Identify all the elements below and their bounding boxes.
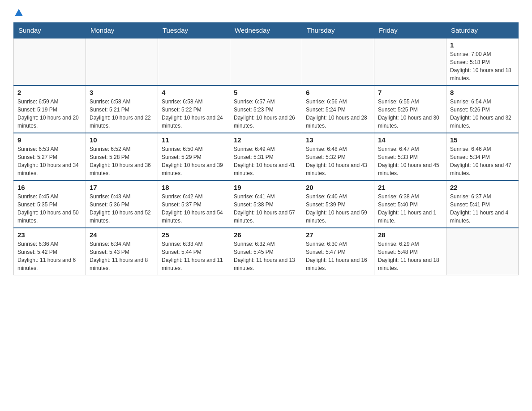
logo-arrow-icon	[15, 9, 23, 16]
day-number: 15	[450, 136, 515, 144]
calendar-cell	[302, 38, 374, 86]
day-info: Sunrise: 6:33 AMSunset: 5:44 PMDaylight:…	[162, 240, 226, 272]
day-info: Sunrise: 6:42 AMSunset: 5:37 PMDaylight:…	[162, 193, 226, 225]
calendar-cell	[374, 38, 446, 86]
day-number: 14	[378, 136, 442, 144]
day-number: 3	[90, 89, 154, 96]
day-info: Sunrise: 6:53 AMSunset: 5:27 PMDaylight:…	[17, 145, 82, 177]
day-info: Sunrise: 6:55 AMSunset: 5:25 PMDaylight:…	[378, 98, 442, 130]
day-number: 27	[306, 231, 370, 239]
day-info: Sunrise: 6:38 AMSunset: 5:40 PMDaylight:…	[378, 193, 442, 225]
day-info: Sunrise: 6:43 AMSunset: 5:36 PMDaylight:…	[90, 193, 154, 225]
weekday-header-row: SundayMondayTuesdayWednesdayThursdayFrid…	[14, 22, 519, 38]
calendar-cell: 10Sunrise: 6:52 AMSunset: 5:28 PMDayligh…	[86, 133, 158, 180]
week-row-1: 1Sunrise: 7:00 AMSunset: 5:18 PMDaylight…	[14, 38, 519, 86]
day-info: Sunrise: 6:32 AMSunset: 5:45 PMDaylight:…	[234, 240, 298, 272]
calendar-cell	[446, 228, 519, 275]
calendar-cell: 21Sunrise: 6:38 AMSunset: 5:40 PMDayligh…	[374, 180, 446, 228]
calendar-cell	[158, 38, 230, 86]
calendar-cell: 12Sunrise: 6:49 AMSunset: 5:31 PMDayligh…	[230, 133, 302, 180]
weekday-header-saturday: Saturday	[446, 22, 519, 38]
svg-marker-0	[15, 9, 23, 16]
day-info: Sunrise: 6:46 AMSunset: 5:34 PMDaylight:…	[450, 145, 515, 177]
day-info: Sunrise: 6:58 AMSunset: 5:21 PMDaylight:…	[90, 98, 154, 130]
day-info: Sunrise: 6:50 AMSunset: 5:29 PMDaylight:…	[162, 145, 226, 177]
day-number: 1	[450, 41, 515, 49]
day-info: Sunrise: 6:57 AMSunset: 5:23 PMDaylight:…	[234, 98, 298, 130]
day-number: 11	[162, 136, 226, 144]
day-info: Sunrise: 6:59 AMSunset: 5:19 PMDaylight:…	[17, 98, 82, 130]
day-info: Sunrise: 6:34 AMSunset: 5:43 PMDaylight:…	[90, 240, 154, 272]
calendar-cell: 23Sunrise: 6:36 AMSunset: 5:42 PMDayligh…	[14, 228, 86, 275]
day-number: 13	[306, 136, 370, 144]
logo	[13, 9, 23, 18]
day-info: Sunrise: 6:29 AMSunset: 5:48 PMDaylight:…	[378, 240, 442, 272]
day-number: 6	[306, 89, 370, 96]
calendar-cell: 25Sunrise: 6:33 AMSunset: 5:44 PMDayligh…	[158, 228, 230, 275]
day-info: Sunrise: 6:52 AMSunset: 5:28 PMDaylight:…	[90, 145, 154, 177]
day-info: Sunrise: 6:36 AMSunset: 5:42 PMDaylight:…	[17, 240, 82, 272]
day-info: Sunrise: 6:47 AMSunset: 5:33 PMDaylight:…	[378, 145, 442, 177]
calendar-cell: 1Sunrise: 7:00 AMSunset: 5:18 PMDaylight…	[446, 38, 519, 86]
weekday-header-friday: Friday	[374, 22, 446, 38]
day-number: 24	[90, 231, 154, 239]
weekday-header-wednesday: Wednesday	[230, 22, 302, 38]
day-number: 9	[17, 136, 82, 144]
day-number: 19	[234, 184, 298, 191]
weekday-header-tuesday: Tuesday	[158, 22, 230, 38]
calendar-cell: 7Sunrise: 6:55 AMSunset: 5:25 PMDaylight…	[374, 86, 446, 133]
calendar-cell: 3Sunrise: 6:58 AMSunset: 5:21 PMDaylight…	[86, 86, 158, 133]
calendar-cell: 6Sunrise: 6:56 AMSunset: 5:24 PMDaylight…	[302, 86, 374, 133]
day-number: 23	[17, 231, 82, 239]
calendar-cell: 22Sunrise: 6:37 AMSunset: 5:41 PMDayligh…	[446, 180, 519, 228]
calendar-cell: 27Sunrise: 6:30 AMSunset: 5:47 PMDayligh…	[302, 228, 374, 275]
weekday-header-monday: Monday	[86, 22, 158, 38]
calendar-cell: 5Sunrise: 6:57 AMSunset: 5:23 PMDaylight…	[230, 86, 302, 133]
day-info: Sunrise: 6:37 AMSunset: 5:41 PMDaylight:…	[450, 193, 515, 225]
weekday-header-sunday: Sunday	[14, 22, 86, 38]
calendar-cell: 20Sunrise: 6:40 AMSunset: 5:39 PMDayligh…	[302, 180, 374, 228]
calendar-cell	[230, 38, 302, 86]
calendar-cell: 24Sunrise: 6:34 AMSunset: 5:43 PMDayligh…	[86, 228, 158, 275]
day-info: Sunrise: 6:54 AMSunset: 5:26 PMDaylight:…	[450, 98, 515, 130]
day-number: 21	[378, 184, 442, 191]
day-info: Sunrise: 6:49 AMSunset: 5:31 PMDaylight:…	[234, 145, 298, 177]
day-info: Sunrise: 7:00 AMSunset: 5:18 PMDaylight:…	[450, 50, 515, 82]
day-number: 5	[234, 89, 298, 96]
day-number: 17	[90, 184, 154, 191]
week-row-3: 9Sunrise: 6:53 AMSunset: 5:27 PMDaylight…	[14, 133, 519, 180]
day-number: 10	[90, 136, 154, 144]
day-number: 4	[162, 89, 226, 96]
day-number: 26	[234, 231, 298, 239]
calendar-cell: 11Sunrise: 6:50 AMSunset: 5:29 PMDayligh…	[158, 133, 230, 180]
day-info: Sunrise: 6:45 AMSunset: 5:35 PMDaylight:…	[17, 193, 82, 225]
day-info: Sunrise: 6:56 AMSunset: 5:24 PMDaylight:…	[306, 98, 370, 130]
weekday-header-thursday: Thursday	[302, 22, 374, 38]
calendar-table: SundayMondayTuesdayWednesdayThursdayFrid…	[13, 22, 519, 275]
day-number: 20	[306, 184, 370, 191]
day-number: 22	[450, 184, 515, 191]
calendar-cell: 18Sunrise: 6:42 AMSunset: 5:37 PMDayligh…	[158, 180, 230, 228]
day-info: Sunrise: 6:41 AMSunset: 5:38 PMDaylight:…	[234, 193, 298, 225]
day-number: 8	[450, 89, 515, 96]
calendar-cell: 2Sunrise: 6:59 AMSunset: 5:19 PMDaylight…	[14, 86, 86, 133]
week-row-5: 23Sunrise: 6:36 AMSunset: 5:42 PMDayligh…	[14, 228, 519, 275]
calendar-cell: 8Sunrise: 6:54 AMSunset: 5:26 PMDaylight…	[446, 86, 519, 133]
calendar-cell: 14Sunrise: 6:47 AMSunset: 5:33 PMDayligh…	[374, 133, 446, 180]
calendar-cell: 26Sunrise: 6:32 AMSunset: 5:45 PMDayligh…	[230, 228, 302, 275]
day-info: Sunrise: 6:48 AMSunset: 5:32 PMDaylight:…	[306, 145, 370, 177]
day-info: Sunrise: 6:40 AMSunset: 5:39 PMDaylight:…	[306, 193, 370, 225]
day-info: Sunrise: 6:58 AMSunset: 5:22 PMDaylight:…	[162, 98, 226, 130]
calendar-cell: 28Sunrise: 6:29 AMSunset: 5:48 PMDayligh…	[374, 228, 446, 275]
calendar-cell: 19Sunrise: 6:41 AMSunset: 5:38 PMDayligh…	[230, 180, 302, 228]
day-number: 2	[17, 89, 82, 96]
calendar-cell: 9Sunrise: 6:53 AMSunset: 5:27 PMDaylight…	[14, 133, 86, 180]
calendar-cell: 15Sunrise: 6:46 AMSunset: 5:34 PMDayligh…	[446, 133, 519, 180]
calendar-cell	[14, 38, 86, 86]
day-number: 7	[378, 89, 442, 96]
day-number: 16	[17, 184, 82, 191]
calendar-cell: 4Sunrise: 6:58 AMSunset: 5:22 PMDaylight…	[158, 86, 230, 133]
day-number: 25	[162, 231, 226, 239]
day-number: 28	[378, 231, 442, 239]
day-info: Sunrise: 6:30 AMSunset: 5:47 PMDaylight:…	[306, 240, 370, 272]
